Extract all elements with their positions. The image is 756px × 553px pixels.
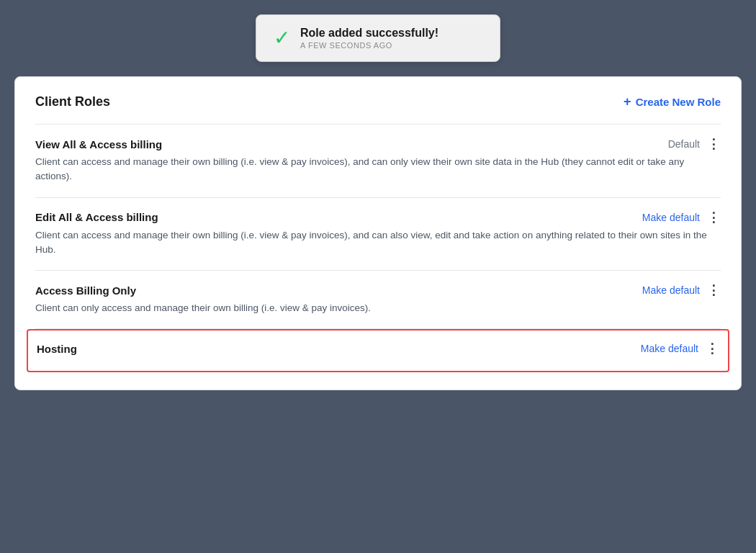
role-item: View All & Access billingDefault⋮Client …: [35, 125, 721, 198]
toast-subtitle: A FEW SECONDS AGO: [300, 41, 438, 50]
create-new-role-button[interactable]: + Create New Role: [624, 94, 721, 109]
more-options-icon[interactable]: ⋮: [706, 342, 719, 355]
more-options-icon[interactable]: ⋮: [707, 211, 721, 224]
role-item: Access Billing OnlyMake default⋮Client c…: [35, 271, 721, 329]
role-actions: Make default⋮: [641, 342, 719, 355]
client-roles-card: Client Roles + Create New Role View All …: [14, 76, 742, 390]
make-default-link[interactable]: Make default: [641, 343, 698, 354]
role-actions: Make default⋮: [642, 284, 721, 297]
role-description: Client can only access and manage their …: [35, 301, 721, 315]
role-item-header: Access Billing OnlyMake default⋮: [35, 284, 721, 297]
toast-notification: ✓ Role added successfully! A FEW SECONDS…: [256, 14, 500, 62]
make-default-link[interactable]: Make default: [642, 212, 700, 223]
role-item: Edit All & Access billingMake default⋮Cl…: [35, 198, 721, 271]
role-item-header: HostingMake default⋮: [37, 342, 719, 355]
roles-list: View All & Access billingDefault⋮Client …: [35, 124, 721, 372]
role-name: Hosting: [37, 343, 77, 355]
plus-icon: +: [624, 94, 631, 109]
toast-text: Role added successfully! A FEW SECONDS A…: [300, 27, 438, 50]
toast-title: Role added successfully!: [300, 27, 438, 40]
role-name: Edit All & Access billing: [35, 211, 158, 223]
role-name: View All & Access billing: [35, 138, 162, 150]
role-description: Client can access and manage their own b…: [35, 228, 721, 258]
role-item: HostingMake default⋮: [27, 329, 729, 372]
create-new-role-label: Create New Role: [636, 96, 721, 108]
role-description: Client can access and manage their own b…: [35, 155, 721, 184]
card-header: Client Roles + Create New Role: [35, 94, 721, 109]
role-item-header: Edit All & Access billingMake default⋮: [35, 211, 721, 224]
role-actions: Default⋮: [668, 138, 721, 150]
role-actions: Make default⋮: [642, 211, 721, 224]
more-options-icon[interactable]: ⋮: [707, 284, 721, 297]
make-default-link[interactable]: Make default: [642, 284, 700, 296]
more-options-icon[interactable]: ⋮: [707, 138, 721, 150]
success-check-icon: ✓: [274, 28, 290, 48]
role-item-header: View All & Access billingDefault⋮: [35, 138, 721, 150]
page-title: Client Roles: [35, 94, 110, 109]
default-badge: Default: [668, 138, 700, 150]
role-name: Access Billing Only: [35, 284, 136, 297]
